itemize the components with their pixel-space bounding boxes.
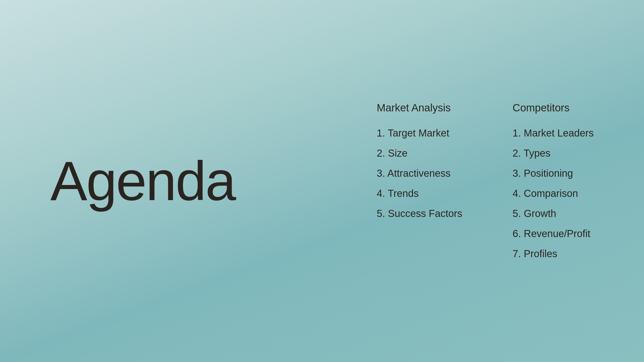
content-section: Market Analysis1. Target Market2. Size3.… <box>377 102 594 260</box>
column-items-competitors: 1. Market Leaders2. Types3. Positioning4… <box>513 126 594 260</box>
list-item-competitors-7: 7. Profiles <box>513 247 594 260</box>
list-item-market-analysis-3: 3. Attractiveness <box>377 167 462 180</box>
agenda-title: Agenda <box>50 153 277 209</box>
list-item-competitors-2: 2. Types <box>513 147 594 160</box>
list-item-market-analysis-5: 5. Success Factors <box>377 207 462 220</box>
main-container: Agenda Market Analysis1. Target Market2.… <box>0 0 644 362</box>
column-items-market-analysis: 1. Target Market2. Size3. Attractiveness… <box>377 126 462 220</box>
column-heading-market-analysis: Market Analysis <box>377 102 462 114</box>
column-competitors: Competitors1. Market Leaders2. Types3. P… <box>513 102 594 260</box>
list-item-competitors-1: 1. Market Leaders <box>513 126 594 140</box>
title-section: Agenda <box>50 153 277 209</box>
column-heading-competitors: Competitors <box>513 102 594 114</box>
list-item-competitors-3: 3. Positioning <box>513 167 594 180</box>
list-item-market-analysis-1: 1. Target Market <box>377 126 462 140</box>
list-item-competitors-5: 5. Growth <box>513 207 594 220</box>
column-market-analysis: Market Analysis1. Target Market2. Size3.… <box>377 102 462 220</box>
list-item-competitors-4: 4. Comparison <box>513 187 594 200</box>
list-item-competitors-6: 6. Revenue/Profit <box>513 227 594 240</box>
list-item-market-analysis-4: 4. Trends <box>377 187 462 200</box>
list-item-market-analysis-2: 2. Size <box>377 147 462 160</box>
